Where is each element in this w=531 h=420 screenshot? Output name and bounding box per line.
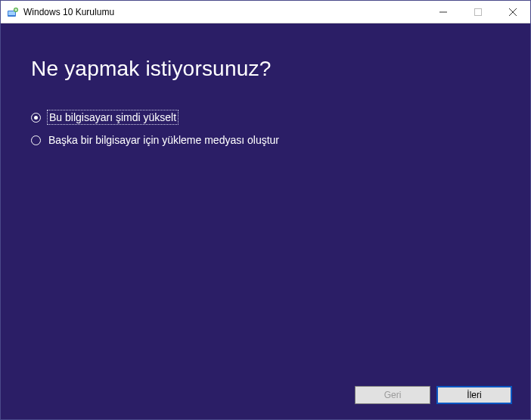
options-group: Bu bilgisayarı şimdi yükselt Başka bir b… — [31, 111, 500, 146]
content-area: Ne yapmak istiyorsunuz? Bu bilgisayarı ş… — [1, 23, 530, 419]
radio-icon — [31, 113, 41, 123]
titlebar: Windows 10 Kurulumu — [1, 1, 530, 23]
svg-rect-4 — [475, 8, 482, 15]
option-label: Bu bilgisayarı şimdi yükselt — [48, 111, 177, 123]
next-button[interactable]: İleri — [436, 386, 512, 404]
minimize-button[interactable] — [426, 1, 461, 23]
footer-buttons: Geri İleri — [355, 386, 512, 404]
app-icon — [7, 6, 19, 18]
option-upgrade-this-pc[interactable]: Bu bilgisayarı şimdi yükselt — [31, 111, 500, 123]
page-heading: Ne yapmak istiyorsunuz? — [31, 57, 500, 81]
option-label: Başka bir bilgisayar için yükleme medyas… — [48, 134, 279, 146]
radio-icon — [31, 135, 41, 145]
close-button[interactable] — [495, 1, 530, 23]
back-button: Geri — [355, 386, 430, 404]
svg-rect-1 — [8, 11, 15, 15]
option-create-media[interactable]: Başka bir bilgisayar için yükleme medyas… — [31, 134, 500, 146]
maximize-button — [461, 1, 495, 23]
window-title: Windows 10 Kurulumu — [23, 7, 426, 17]
window-controls — [426, 1, 530, 23]
setup-window: Windows 10 Kurulumu Ne yapmak istiyorsun… — [0, 0, 531, 420]
